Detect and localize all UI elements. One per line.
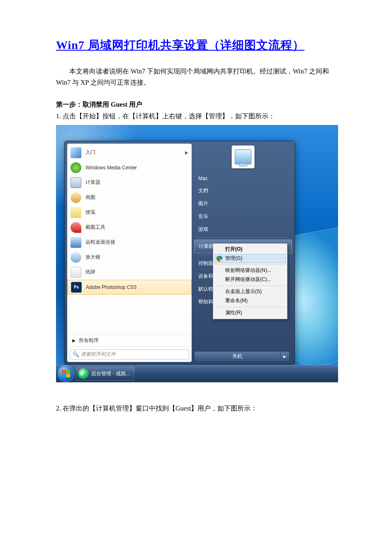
- browser-icon: [78, 368, 89, 379]
- ctx-rename[interactable]: 重命名(M): [214, 296, 286, 306]
- program-label: 画图: [85, 194, 95, 201]
- program-item-paint[interactable]: 画图: [67, 190, 192, 205]
- shutdown-options-arrow[interactable]: ▶: [280, 351, 290, 362]
- ctx-map-drive[interactable]: 映射网络驱动器(N)...: [214, 266, 286, 275]
- ctx-manage[interactable]: 管理(G): [214, 254, 286, 263]
- program-item-snipping-tool[interactable]: 截图工具: [67, 220, 192, 235]
- place-item-music[interactable]: 音乐: [194, 210, 292, 223]
- wmc-icon: [71, 162, 81, 173]
- remote-desktop-icon: [71, 237, 81, 248]
- place-item-pictures[interactable]: 图片: [194, 197, 292, 210]
- computer-monitor-icon: [235, 149, 251, 164]
- start-menu-program-pane: 入门 ▶ Windows Media Center 计算器 画图 便: [67, 144, 192, 362]
- program-item-sticky-notes[interactable]: 便笺: [67, 205, 192, 220]
- all-programs[interactable]: ▶ 所有程序: [67, 334, 192, 347]
- program-label: 远程桌面连接: [85, 239, 115, 246]
- sticky-notes-icon: [71, 207, 81, 218]
- search-placeholder: 搜索程序和文件: [81, 351, 116, 358]
- program-item-photoshop[interactable]: Ps Adobe Photoshop CS3: [67, 280, 192, 295]
- search-row: 🔍 搜索程序和文件: [67, 347, 192, 362]
- program-label: 便笺: [85, 209, 95, 216]
- program-item-getting-started[interactable]: 入门 ▶: [67, 145, 192, 160]
- program-item-magnifier[interactable]: 放大镜: [67, 250, 192, 265]
- submenu-arrow-icon: ▶: [185, 150, 188, 155]
- solitaire-icon: [71, 267, 81, 278]
- step1-description: 1. 点击【开始】按钮，在【计算机】上右键，选择【管理】，如下图所示：: [56, 111, 338, 122]
- program-item-rdc[interactable]: 远程桌面连接: [67, 235, 192, 250]
- program-label: Windows Media Center: [85, 165, 137, 171]
- program-label: 入门: [85, 149, 95, 156]
- getting-started-icon: [71, 147, 81, 158]
- paint-icon: [71, 192, 81, 203]
- shutdown-button[interactable]: 关机: [194, 351, 280, 362]
- snipping-tool-icon: [71, 222, 81, 233]
- program-label: 纸牌: [85, 269, 95, 276]
- windows-logo-icon: [62, 370, 70, 377]
- uac-shield-icon: [217, 256, 222, 262]
- ctx-open[interactable]: 打开(O): [214, 245, 286, 254]
- program-label: 截图工具: [85, 224, 105, 231]
- taskbar: 后台管理 - 成就...: [56, 365, 338, 382]
- step2-description: 2. 在弹出的【计算机管理】窗口中找到【Guest】用户，如下图所示：: [56, 403, 338, 414]
- program-label: 计算器: [85, 179, 100, 186]
- ctx-disconnect-drive[interactable]: 断开网络驱动器(C)...: [214, 275, 286, 284]
- calculator-icon: [71, 177, 81, 188]
- place-item-games[interactable]: 游戏: [194, 223, 292, 236]
- ctx-show-on-desktop[interactable]: 在桌面上显示(S): [214, 287, 286, 296]
- step1-heading: 第一步：取消禁用 Guest 用户: [56, 100, 338, 109]
- separator: [197, 237, 290, 238]
- photoshop-icon: Ps: [71, 282, 82, 293]
- program-list: 入门 ▶ Windows Media Center 计算器 画图 便: [67, 144, 192, 334]
- taskbar-button-label: 后台管理 - 成就...: [91, 370, 130, 377]
- start-button[interactable]: [58, 365, 74, 382]
- separator: [215, 307, 285, 307]
- ctx-properties[interactable]: 属性(R): [214, 308, 286, 318]
- all-programs-arrow-icon: ▶: [72, 338, 75, 343]
- program-item-wmc[interactable]: Windows Media Center: [67, 160, 192, 175]
- screenshot-win7-startmenu: 入门 ▶ Windows Media Center 计算器 画图 便: [56, 125, 338, 382]
- document-title: Win7 局域网打印机共享设置（详细图文流程）: [56, 37, 338, 53]
- search-input[interactable]: 🔍 搜索程序和文件: [70, 350, 189, 359]
- context-menu: 打开(O) 管理(G) 映射网络驱动器(N)... 断开网络驱动器(C)... …: [213, 243, 287, 319]
- user-picture-frame[interactable]: [231, 145, 255, 169]
- search-icon: 🔍: [73, 351, 79, 357]
- program-item-solitaire[interactable]: 纸牌: [67, 265, 192, 280]
- all-programs-label: 所有程序: [79, 337, 99, 344]
- separator: [215, 286, 285, 286]
- ctx-label: 管理(G): [225, 255, 242, 262]
- program-label: Adobe Photoshop CS3: [86, 284, 136, 290]
- program-item-calculator[interactable]: 计算器: [67, 175, 192, 190]
- shutdown-row: 关机 ▶: [194, 351, 292, 362]
- taskbar-button-browser[interactable]: 后台管理 - 成就...: [76, 367, 134, 381]
- place-item-documents[interactable]: 文档: [194, 184, 292, 197]
- place-item-user[interactable]: Mac: [194, 173, 292, 184]
- magnifier-icon: [71, 252, 81, 263]
- separator: [215, 264, 285, 265]
- program-label: 放大镜: [85, 254, 100, 261]
- intro-paragraph: 本文将向读者说明在 Win7 下如何实现同个局域网内共享打印机。经过测试，Win…: [56, 66, 338, 88]
